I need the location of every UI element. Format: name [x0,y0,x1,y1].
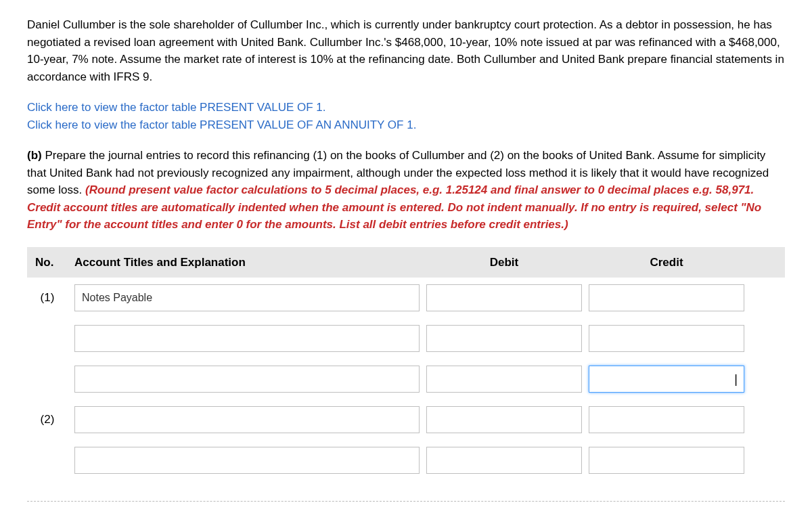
account-title-input[interactable] [74,325,420,352]
debit-input[interactable] [426,325,582,352]
table-row: (2) [27,399,785,440]
problem-paragraph: Daniel Cullumber is the sole shareholder… [27,16,785,85]
header-title: Account Titles and Explanation [74,254,420,271]
row-number: (2) [27,411,68,428]
credit-input[interactable] [589,284,744,311]
credit-input[interactable] [589,325,744,352]
debit-input[interactable] [426,366,582,393]
part-b-red-instructions: (Round present value factor calculations… [27,183,761,231]
table-row [27,440,785,481]
part-b-instructions: (b) Prepare the journal entries to recor… [27,147,785,234]
debit-input[interactable] [426,447,582,474]
table-bottom-divider [27,501,785,502]
debit-input[interactable] [426,406,582,433]
account-title-input[interactable] [74,406,420,433]
link-pv-of-1[interactable]: Click here to view the factor table PRES… [27,99,785,116]
journal-entry-table: No. Account Titles and Explanation Debit… [27,247,785,502]
table-row [27,318,785,359]
header-debit: Debit [426,254,582,271]
link-pv-annuity-of-1[interactable]: Click here to view the factor table PRES… [27,116,785,134]
credit-input[interactable] [589,447,744,474]
credit-input[interactable] [589,366,744,393]
header-credit: Credit [589,254,744,271]
table-row: (1) [27,278,785,318]
part-b-label: (b) [27,149,45,162]
problem-text-body: Daniel Cullumber is the sole shareholder… [27,18,784,83]
account-title-input[interactable] [74,284,420,311]
account-title-input[interactable] [74,366,420,393]
factor-table-links: Click here to view the factor table PRES… [27,99,785,133]
table-row [27,359,785,399]
row-number: (1) [27,289,68,307]
header-no: No. [27,254,68,271]
account-title-input[interactable] [74,447,420,474]
table-header-row: No. Account Titles and Explanation Debit… [27,247,785,278]
debit-input[interactable] [426,284,582,311]
credit-input[interactable] [589,406,744,433]
